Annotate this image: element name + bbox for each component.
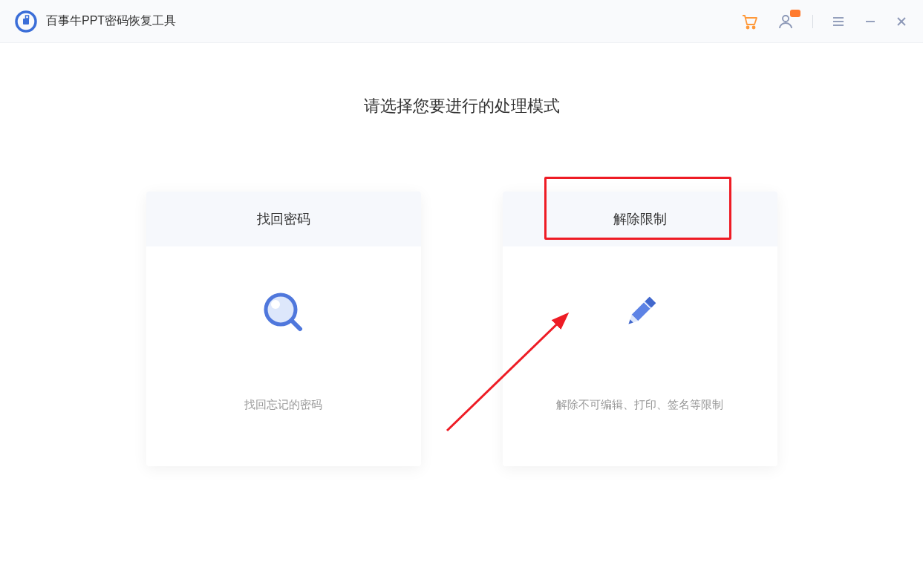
minimize-icon[interactable] <box>864 15 877 28</box>
titlebar: 百事牛PPT密码恢复工具 <box>0 0 923 43</box>
cart-icon[interactable] <box>740 12 759 31</box>
recover-card-title: 找回密码 <box>146 192 421 246</box>
vip-badge-icon <box>790 10 800 17</box>
svg-point-5 <box>783 16 789 22</box>
pencil-icon <box>614 287 666 339</box>
cards-container: 找回密码 找回忘记的密码 解除限制 <box>146 192 777 466</box>
svg-point-4 <box>753 26 755 28</box>
main-content: 请选择您要进行的处理模式 找回密码 找回忘记的密码 解除限制 <box>0 43 923 466</box>
recover-card-body: 找回忘记的密码 <box>146 246 421 466</box>
remove-card-body: 解除不可编辑、打印、签名等限制 <box>503 246 777 466</box>
remove-card-title: 解除限制 <box>503 192 777 246</box>
svg-rect-2 <box>26 16 29 19</box>
titlebar-left: 百事牛PPT密码恢复工具 <box>15 10 176 33</box>
svg-rect-1 <box>23 19 29 24</box>
magnifier-icon <box>258 287 310 339</box>
svg-point-3 <box>747 26 749 28</box>
svg-point-13 <box>271 300 280 309</box>
remove-card-desc: 解除不可编辑、打印、签名等限制 <box>556 398 723 412</box>
user-icon[interactable] <box>777 13 795 30</box>
menu-icon[interactable] <box>831 14 846 29</box>
app-title: 百事牛PPT密码恢复工具 <box>46 13 176 29</box>
divider <box>812 15 813 28</box>
recover-password-card[interactable]: 找回密码 找回忘记的密码 <box>146 192 421 466</box>
recover-card-desc: 找回忘记的密码 <box>244 398 322 412</box>
close-icon[interactable] <box>895 15 908 28</box>
main-heading: 请选择您要进行的处理模式 <box>364 95 560 117</box>
titlebar-right <box>740 12 908 31</box>
svg-line-14 <box>292 321 300 329</box>
remove-restriction-card[interactable]: 解除限制 解除不可编辑、打印、签名等限制 <box>503 192 777 466</box>
app-logo-icon <box>15 10 37 33</box>
